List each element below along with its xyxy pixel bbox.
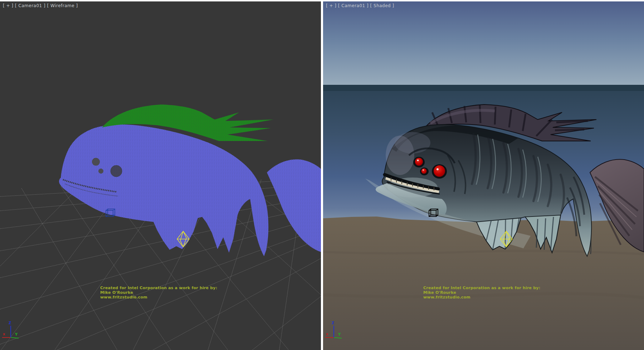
axis-z-label: Z: [9, 321, 11, 325]
eye-highlight-1: [417, 160, 419, 161]
axis-x-label: x: [3, 332, 5, 336]
axis-y-label: Y: [338, 332, 341, 336]
eye-red-1: [415, 158, 423, 166]
axis-y-label: Y: [15, 332, 18, 336]
axis-x-label: x: [326, 332, 328, 336]
credit-line-3: www.fritzstudio.com: [100, 295, 147, 300]
viewport-wireframe[interactable]: Created for Intel Corporation as a work …: [0, 1, 321, 350]
credit-line-1: Created for Intel Corporation as a work …: [100, 286, 217, 290]
eye-red-2: [421, 169, 427, 174]
credit-line-1: Created for Intel Corporation as a work …: [423, 286, 540, 290]
fish-eye-wire-2: [98, 169, 103, 174]
viewport-label-wireframe[interactable]: [ + ] [ Camera01 ] [ Wireframe ]: [3, 3, 78, 8]
viewport-shaded[interactable]: Created for Intel Corporation as a work …: [323, 1, 644, 350]
eye-highlight-2: [423, 169, 424, 170]
credit-line-3: www.fritzstudio.com: [423, 295, 470, 300]
eye-red-3: [434, 165, 445, 177]
shaded-scene: Created for Intel Corporation as a work …: [323, 1, 644, 350]
credit-line-2: Mike O'Rourke: [100, 290, 133, 295]
fish-eye-wire-1: [92, 158, 100, 166]
sky: [323, 1, 644, 86]
axis-z-label: Z: [332, 321, 334, 325]
fish-eye-wire-3-stipple: [111, 165, 122, 177]
credit-line-2: Mike O'Rourke: [423, 290, 456, 295]
wireframe-scene: Created for Intel Corporation as a work …: [0, 1, 321, 350]
horizon-band: [323, 85, 644, 91]
eye-highlight-3: [436, 168, 439, 170]
dual-viewport-stage: Created for Intel Corporation as a work …: [0, 0, 644, 350]
viewport-label-shaded[interactable]: [ + ] [ Camera01 ] [ Shaded ]: [326, 3, 394, 8]
brow-sheen: [395, 132, 430, 154]
